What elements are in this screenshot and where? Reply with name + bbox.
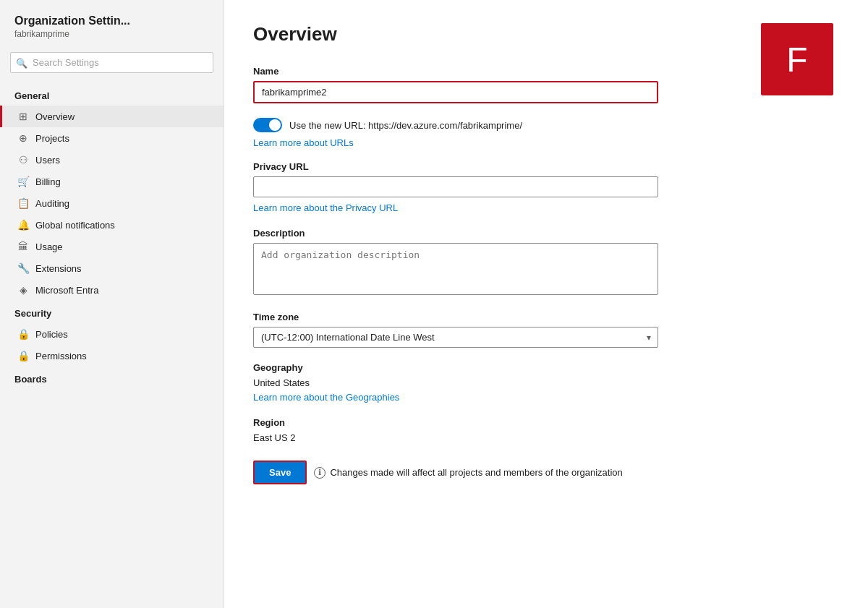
save-info: ℹ Changes made will affect all projects …: [314, 467, 622, 479]
save-button[interactable]: Save: [253, 461, 307, 484]
sidebar-item-overview-label: Overview: [35, 111, 75, 122]
sidebar-item-projects-label: Projects: [35, 133, 69, 144]
sidebar-item-projects[interactable]: ⊕ Projects: [0, 127, 224, 149]
description-label: Description: [253, 228, 833, 239]
search-icon: 🔍: [16, 57, 27, 68]
sidebar-item-users[interactable]: ⚇ Users: [0, 149, 224, 171]
sidebar-search-wrapper: 🔍: [10, 52, 213, 73]
learn-geo-link[interactable]: Learn more about the Geographies: [253, 392, 399, 403]
sidebar-item-policies-label: Policies: [35, 329, 68, 340]
policies-icon: 🔒: [17, 328, 30, 340]
geography-value: United States: [253, 377, 833, 388]
billing-icon: 🛒: [17, 176, 30, 187]
geography-label: Geography: [253, 362, 833, 373]
sidebar-item-usage-label: Usage: [35, 241, 63, 252]
security-section-label: Security: [0, 301, 224, 323]
privacy-url-group: Privacy URL Learn more about the Privacy…: [253, 161, 833, 213]
projects-icon: ⊕: [17, 132, 30, 144]
geography-group: Geography United States Learn more about…: [253, 362, 833, 403]
region-value: East US 2: [253, 432, 833, 443]
sidebar-item-extensions[interactable]: 🔧 Extensions: [0, 257, 224, 279]
privacy-url-input[interactable]: [253, 176, 658, 197]
page-title: Overview: [253, 23, 833, 46]
description-textarea[interactable]: [253, 243, 658, 295]
search-input[interactable]: [10, 52, 213, 73]
extensions-icon: 🔧: [17, 262, 30, 274]
name-label: Name: [253, 66, 833, 77]
usage-icon: 🏛: [17, 241, 30, 252]
timezone-select-wrapper: (UTC-12:00) International Date Line West…: [253, 327, 658, 348]
notifications-icon: 🔔: [17, 219, 30, 231]
sidebar-subtitle: fabrikamprime: [14, 29, 209, 39]
sidebar-item-permissions[interactable]: 🔒 Permissions: [0, 345, 224, 367]
boards-section-label: Boards: [0, 367, 224, 389]
region-label: Region: [253, 417, 833, 428]
save-row: Save ℹ Changes made will affect all proj…: [253, 461, 833, 484]
sidebar-item-billing[interactable]: 🛒 Billing: [0, 171, 224, 192]
permissions-icon: 🔒: [17, 350, 30, 361]
general-section-label: General: [0, 83, 224, 106]
sidebar-item-entra-label: Microsoft Entra: [35, 285, 98, 296]
sidebar-item-billing-label: Billing: [35, 176, 61, 187]
timezone-select[interactable]: (UTC-12:00) International Date Line West: [253, 327, 658, 348]
sidebar: Organization Settin... fabrikamprime 🔍 G…: [0, 0, 224, 608]
sidebar-item-usage[interactable]: 🏛 Usage: [0, 236, 224, 257]
learn-privacy-link[interactable]: Learn more about the Privacy URL: [253, 202, 398, 213]
description-group: Description: [253, 228, 833, 297]
avatar: F: [761, 23, 833, 95]
save-info-text: Changes made will affect all projects an…: [330, 467, 622, 478]
info-icon: ℹ: [314, 467, 326, 479]
sidebar-header: Organization Settin... fabrikamprime: [0, 0, 224, 45]
timezone-group: Time zone (UTC-12:00) International Date…: [253, 312, 833, 348]
users-icon: ⚇: [17, 154, 30, 166]
learn-urls-link[interactable]: Learn more about URLs: [253, 137, 354, 148]
auditing-icon: 📋: [17, 197, 30, 209]
entra-icon: ◈: [17, 284, 30, 296]
sidebar-item-policies[interactable]: 🔒 Policies: [0, 323, 224, 345]
sidebar-title: Organization Settin...: [14, 14, 209, 27]
timezone-label: Time zone: [253, 312, 833, 322]
sidebar-item-extensions-label: Extensions: [35, 263, 82, 274]
sidebar-item-overview[interactable]: ⊞ Overview: [0, 106, 224, 127]
name-group: Name: [253, 66, 833, 103]
main-content: F Overview Name Use the new URL: https:/…: [224, 0, 868, 608]
toggle-label: Use the new URL: https://dev.azure.com/f…: [289, 120, 522, 131]
new-url-toggle[interactable]: [253, 118, 282, 132]
sidebar-item-global-notifications[interactable]: 🔔 Global notifications: [0, 214, 224, 236]
sidebar-item-microsoft-entra[interactable]: ◈ Microsoft Entra: [0, 279, 224, 301]
region-group: Region East US 2: [253, 417, 833, 443]
sidebar-item-auditing-label: Auditing: [35, 198, 69, 209]
toggle-row: Use the new URL: https://dev.azure.com/f…: [253, 118, 833, 132]
privacy-url-label: Privacy URL: [253, 161, 833, 172]
overview-icon: ⊞: [17, 111, 30, 122]
sidebar-item-auditing[interactable]: 📋 Auditing: [0, 192, 224, 214]
sidebar-item-users-label: Users: [35, 155, 60, 166]
sidebar-item-notifications-label: Global notifications: [35, 220, 115, 231]
name-input[interactable]: [253, 81, 658, 103]
sidebar-item-permissions-label: Permissions: [35, 351, 87, 361]
